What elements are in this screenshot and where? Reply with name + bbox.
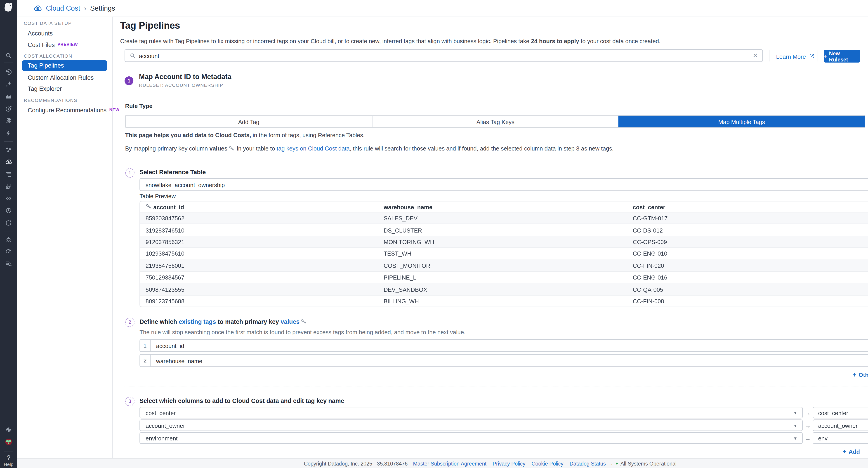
rail-divider (4, 231, 13, 231)
lightning-icon[interactable] (0, 129, 17, 136)
puzzle-icon[interactable] (0, 426, 17, 433)
footer-link-msa[interactable]: Master Subscription Agreement (413, 460, 487, 466)
tag-keys-link[interactable]: tag keys on Cloud Cost data (277, 145, 350, 151)
search-value: account (139, 52, 749, 59)
add-mapping-link[interactable]: + Add (842, 448, 860, 455)
new-ruleset-button[interactable]: + New Ruleset (824, 50, 860, 62)
speedometer-icon[interactable] (0, 248, 17, 255)
column-select-1[interactable]: cost_center ▾ (140, 407, 803, 418)
tag-name-input-1[interactable]: cost_center (813, 407, 868, 418)
help-icon: ? (0, 454, 17, 461)
column-select-2[interactable]: account_owner ▾ (140, 419, 803, 431)
rail-divider (4, 141, 13, 142)
cloud-cost-icon[interactable] (0, 158, 17, 165)
area-chart-icon[interactable] (0, 93, 17, 100)
key-icon (301, 318, 306, 325)
step-1-title: Select Reference Table (140, 168, 206, 175)
log-search-icon[interactable] (0, 260, 17, 267)
target-icon[interactable] (0, 105, 17, 112)
footer-text: Copyright Datadog, Inc. 2025 - 35.810784… (304, 460, 677, 466)
maps-to-arrow-icon: → (803, 409, 813, 416)
chevron-down-icon: ▾ (794, 423, 797, 428)
chevron-down-icon: ▾ (794, 410, 797, 415)
learn-more-link[interactable]: Learn More (776, 50, 815, 62)
column-header-cost-center: cost_center (633, 204, 868, 210)
layers-icon[interactable] (0, 117, 17, 124)
chevron-down-icon: ▾ (794, 435, 797, 441)
ruleset-subtitle: RULESET: ACCOUNT OWNERSHIP (139, 83, 223, 88)
table-row: 750129384567PIPELINE_LCC-ENG-016 (140, 272, 868, 283)
help-label: Help (0, 462, 17, 467)
table-row: 809123745688BILLING_WHCC-FIN-008 (140, 295, 868, 307)
step-1-circle: 1 (125, 168, 134, 177)
ruleset-title: Map Account ID to Metadata (139, 73, 231, 81)
rule-type-map-multiple-tags[interactable]: Map Multiple Tags (618, 116, 865, 127)
sparkles-icon[interactable] (0, 81, 17, 88)
tag-name-input-3[interactable]: env (813, 432, 868, 444)
tag-key-row-1: 1 account_id (140, 339, 868, 352)
new-badge: NEW (110, 107, 120, 112)
add-other-link[interactable]: + Other (852, 371, 868, 378)
sidebar-section-cost-data-setup: COST DATA SETUP (24, 20, 72, 26)
sidebar-item-tag-pipelines[interactable]: Tag Pipelines (22, 60, 107, 71)
app-window: ? Help Cloud Cost › Settings COST DATA S… (0, 0, 868, 468)
sidebar-item-configure-recommendations[interactable]: Configure Recommendations NEW (28, 106, 119, 113)
footer-link-cookie[interactable]: Cookie Policy (531, 460, 563, 466)
values-link[interactable]: values (281, 318, 300, 324)
sidebar-item-tag-explorer[interactable]: Tag Explorer (28, 85, 62, 92)
external-link-icon (809, 53, 815, 59)
rule-type-label: Rule Type (125, 102, 152, 109)
gauge-icon[interactable] (0, 219, 17, 226)
windows-icon[interactable] (0, 182, 17, 190)
clear-search-icon[interactable]: ✕ (753, 52, 758, 59)
avatar[interactable] (0, 437, 17, 446)
step-2-note: The rule will stop searching once the fi… (140, 329, 465, 335)
cloud-cost-icon (33, 4, 42, 13)
rule-type-alias-tag-keys[interactable]: Alias Tag Keys (372, 116, 618, 127)
rule-type-add-tag[interactable]: Add Tag (126, 116, 372, 127)
table-row: 102938475610TEST_WHCC-ENG-010 (140, 248, 868, 260)
search-icon (129, 53, 135, 59)
maps-to-arrow-icon: → (803, 434, 813, 442)
sidebar-section-cost-allocation: COST ALLOCATION (24, 53, 72, 59)
cube-icon[interactable] (0, 207, 17, 214)
plus-icon: + (842, 448, 846, 455)
hexagons-icon[interactable] (0, 146, 17, 153)
row-index: 1 (140, 339, 150, 352)
table-row: 319283746510DS_CLUSTERCC-DS-012 (140, 224, 868, 236)
reference-table-preview: account_id warehouse_name cost_center 85… (140, 201, 868, 307)
existing-tags-link[interactable]: existing tags (179, 318, 216, 324)
tag-name-input-2[interactable]: account_owner (813, 419, 868, 431)
help-button[interactable]: ? Help (0, 454, 17, 467)
table-row: 219384756001COST_MONITORCC-FIN-020 (140, 260, 868, 272)
infinity-icon[interactable] (0, 194, 17, 202)
reference-table-select[interactable]: snowflake_account_ownership (140, 178, 868, 191)
rule-type-segmented-control: Add Tag Alias Tag Keys Map Multiple Tags (125, 115, 865, 128)
top-bar: Cloud Cost › Settings (17, 0, 868, 17)
breadcrumb-app[interactable]: Cloud Cost (46, 4, 80, 12)
column-mapping-row-3: environment ▾ → env (140, 432, 868, 444)
search-input[interactable]: account ✕ (125, 49, 763, 62)
plus-icon: + (824, 53, 827, 59)
logs-icon[interactable] (0, 170, 17, 177)
rail-divider (4, 63, 13, 63)
column-select-3[interactable]: environment ▾ (140, 432, 803, 444)
sidebar-item-custom-allocation-rules[interactable]: Custom Allocation Rules (28, 74, 94, 81)
footer-link-status[interactable]: Datadog Status (569, 460, 606, 466)
settings-sidebar (17, 17, 113, 458)
plus-icon: + (852, 371, 856, 378)
sidebar-item-cost-files[interactable]: Cost Files PREVIEW (28, 41, 78, 48)
rail-divider (4, 451, 13, 452)
section-separator (123, 386, 868, 386)
history-icon[interactable] (0, 68, 17, 75)
step-3-title: Select which columns to add to Cloud Cos… (140, 397, 344, 404)
sidebar-item-accounts[interactable]: Accounts (28, 30, 53, 36)
search-icon[interactable] (0, 52, 17, 59)
tag-key-input-2[interactable]: warehouse_name (150, 354, 868, 367)
footer-link-privacy[interactable]: Privacy Policy (493, 460, 525, 466)
bug-icon[interactable] (0, 236, 17, 243)
step-3-circle: 3 (125, 397, 134, 406)
datadog-logo[interactable] (0, 2, 17, 14)
maps-to-arrow-icon: → (803, 422, 813, 429)
tag-key-input-1[interactable]: account_id (150, 339, 868, 352)
